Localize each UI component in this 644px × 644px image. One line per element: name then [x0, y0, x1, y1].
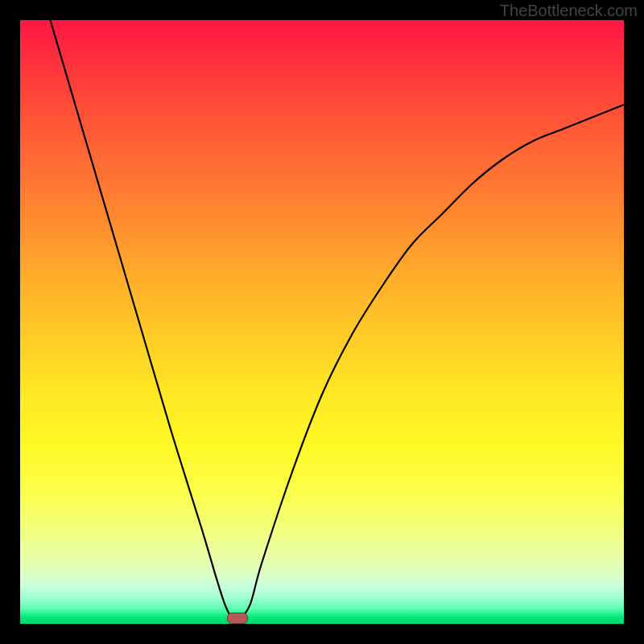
bottleneck-curve	[20, 20, 624, 624]
optimal-point-marker	[227, 613, 248, 624]
attribution-text: TheBottleneck.com	[500, 2, 638, 20]
chart-area	[20, 20, 624, 624]
